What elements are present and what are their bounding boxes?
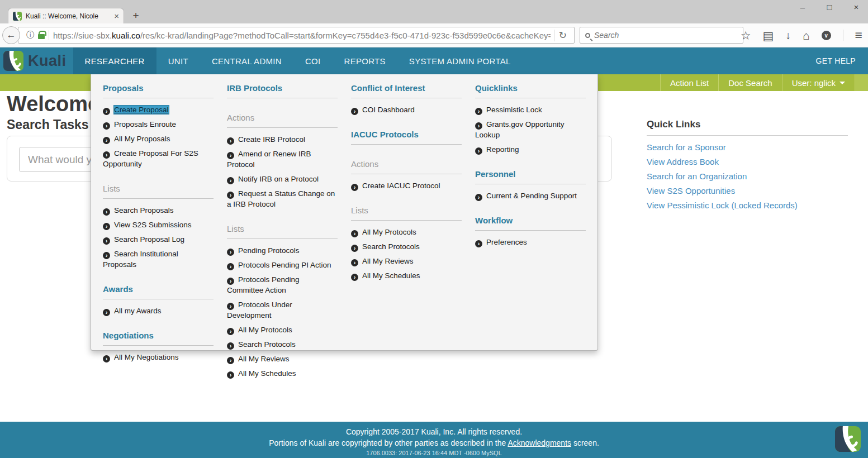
utility-action-list[interactable]: Action List xyxy=(660,74,718,91)
menu-item-protocols-pending-pi-action[interactable]: ›Protocols Pending PI Action xyxy=(227,260,338,270)
utility-label: Doc Search xyxy=(728,78,772,88)
nav-item-reports[interactable]: REPORTS xyxy=(333,47,397,74)
quick-link-search-for-a-sponsor[interactable]: Search for a Sponsor xyxy=(647,142,848,153)
menu-item-create-proposal[interactable]: ›Create Proposal xyxy=(103,104,214,115)
menu-item-all-my-reviews[interactable]: ›All My Reviews xyxy=(351,256,462,266)
menu-item-search-institutional-proposals[interactable]: ›Search Institutional Proposals xyxy=(103,249,214,270)
menu-item-preferences[interactable]: ›Preferences xyxy=(475,237,586,247)
menu-item-all-my-reviews[interactable]: ›All My Reviews xyxy=(227,354,338,364)
menu-item-current-pending-support[interactable]: ›Current & Pending Support xyxy=(475,190,586,201)
menu-item-amend-or-renew-irb-protocol[interactable]: ›Amend or Renew IRB Protocol xyxy=(227,149,338,170)
arrow-circle-icon: › xyxy=(227,263,234,270)
back-button[interactable]: ← xyxy=(2,26,20,44)
menu-column-4: Quicklinks›Pessimistic Lock›Grants.gov O… xyxy=(475,83,586,383)
menu-item-all-my-schedules[interactable]: ›All My Schedules xyxy=(227,368,338,379)
menu-item-label: View S2S Submissions xyxy=(114,221,192,229)
arrow-circle-icon: › xyxy=(351,230,358,237)
browser-tab[interactable]: Kuali :: Welcome, Nicole × xyxy=(8,8,124,23)
nav-item-unit[interactable]: UNIT xyxy=(156,47,200,74)
portions-text: Portions of Kuali are copyrighted by oth… xyxy=(0,437,868,449)
menu-item-proposals-enroute[interactable]: ›Proposals Enroute xyxy=(103,119,214,130)
kuali-brand[interactable]: Kuali xyxy=(0,47,73,74)
tab-close-icon[interactable]: × xyxy=(114,12,119,20)
url-text[interactable]: https://siue-sbx.kuali.co/res/kc-krad/la… xyxy=(53,31,551,40)
menu-item-request-a-status-change-on-a-irb-protocol[interactable]: ›Request a Status Change on a IRB Protoc… xyxy=(227,188,338,209)
arrow-circle-icon: › xyxy=(227,303,234,310)
menu-item-reporting[interactable]: ›Reporting xyxy=(475,144,586,155)
kuali-footer-logo-icon xyxy=(835,426,861,452)
menu-item-notify-irb-on-a-protocol[interactable]: ›Notify IRB on a Protocol xyxy=(227,174,338,184)
nav-item-system-admin-portal[interactable]: SYSTEM ADMIN PORTAL xyxy=(397,47,523,74)
menu-item-search-protocols[interactable]: ›Search Protocols xyxy=(351,241,462,252)
copyright-text: Copyright 2005-2017 Kuali, Inc. All righ… xyxy=(0,426,868,437)
menu-item-label: Proposals Enroute xyxy=(114,120,176,128)
menu-item-all-my-proposals[interactable]: ›All My Proposals xyxy=(103,133,214,144)
divider xyxy=(103,98,214,98)
menu-item-create-proposal-for-s2s-opportunity[interactable]: ›Create Proposal For S2S Opportunity xyxy=(103,148,214,169)
menu-item-all-my-negotiations[interactable]: ›All My Negotiations xyxy=(103,352,214,362)
menu-item-label: Protocols Under Development xyxy=(227,300,292,319)
menu-item-view-s2s-submissions[interactable]: ›View S2S Submissions xyxy=(103,220,214,230)
bookmark-star-icon[interactable]: ☆ xyxy=(741,30,751,41)
menu-item-all-my-protocols[interactable]: ›All My Protocols xyxy=(227,325,338,335)
utility-doc-search[interactable]: Doc Search xyxy=(718,74,781,91)
minimize-icon[interactable]: – xyxy=(798,2,808,12)
browser-search-input[interactable] xyxy=(594,31,738,40)
menu-item-pessimistic-lock[interactable]: ›Pessimistic Lock xyxy=(475,104,586,115)
arrow-circle-icon: › xyxy=(475,122,482,130)
info-icon[interactable]: ⓘ xyxy=(26,30,34,40)
menu-icon[interactable]: ≡ xyxy=(855,28,862,43)
close-icon[interactable]: × xyxy=(851,2,861,12)
pocket-icon[interactable]: ∨ xyxy=(822,31,831,40)
menu-item-search-proposal-log[interactable]: ›Search Proposal Log xyxy=(103,234,214,245)
menu-item-protocols-under-development[interactable]: ›Protocols Under Development xyxy=(227,299,338,321)
menu-item-protocols-pending-committee-action[interactable]: ›Protocols Pending Committee Action xyxy=(227,274,338,295)
nav-item-central-admin[interactable]: CENTRAL ADMIN xyxy=(200,47,293,74)
reload-icon[interactable]: ↻ xyxy=(554,30,571,41)
utility-label: User: nglick xyxy=(792,78,836,88)
menu-item-label: All My Protocols xyxy=(238,326,292,334)
new-tab-button[interactable]: + xyxy=(129,9,143,22)
divider xyxy=(351,220,462,221)
utility-user-nglick[interactable]: User: nglick xyxy=(782,74,855,91)
divider xyxy=(227,238,338,239)
downloads-icon[interactable]: ↓ xyxy=(785,30,791,41)
arrow-circle-icon: › xyxy=(227,177,234,184)
arrow-circle-icon: › xyxy=(475,240,482,247)
search-icon xyxy=(585,33,590,38)
browser-search-box[interactable] xyxy=(580,27,743,44)
get-help-link[interactable]: GET HELP xyxy=(816,47,868,74)
menu-item-grants-gov-opportunity-lookup[interactable]: ›Grants.gov Opportunity Lookup xyxy=(475,119,586,140)
arrow-circle-icon: › xyxy=(475,147,482,155)
menu-item-all-my-schedules[interactable]: ›All My Schedules xyxy=(351,270,462,281)
home-icon[interactable]: ⌂ xyxy=(803,30,810,41)
menu-item-coi-dashboard[interactable]: ›COI Dashboard xyxy=(351,104,462,115)
maximize-icon[interactable]: □ xyxy=(824,2,834,12)
menu-item-all-my-awards[interactable]: ›All my Awards xyxy=(103,306,214,316)
menu-item-all-my-protocols[interactable]: ›All My Protocols xyxy=(351,227,462,237)
menu-item-label: Pending Protocols xyxy=(238,246,300,255)
arrow-circle-icon: › xyxy=(227,342,234,350)
lock-icon[interactable] xyxy=(38,34,45,39)
nav-item-researcher[interactable]: RESEARCHER xyxy=(73,47,156,74)
menu-item-search-protocols[interactable]: ›Search Protocols xyxy=(227,339,338,350)
menu-item-label: Current & Pending Support xyxy=(486,192,577,200)
menu-item-pending-protocols[interactable]: ›Pending Protocols xyxy=(227,245,338,256)
quick-link-view-address-book[interactable]: View Address Book xyxy=(647,156,848,168)
arrow-circle-icon: › xyxy=(475,108,482,115)
mega-menu: Proposals›Create Proposal›Proposals Enro… xyxy=(91,74,598,351)
url-bar[interactable]: ⓘ https://siue-sbx.kuali.co/res/kc-krad/… xyxy=(18,27,575,44)
quick-link-search-for-an-organization[interactable]: Search for an Organization xyxy=(647,171,848,182)
nav-item-coi[interactable]: COI xyxy=(293,47,333,74)
menu-item-create-iacuc-protocol[interactable]: ›Create IACUC Protocol xyxy=(351,180,462,191)
acknowledgments-link[interactable]: Acknowledgments xyxy=(507,438,571,447)
menu-item-search-proposals[interactable]: ›Search Proposals xyxy=(103,205,214,216)
arrow-circle-icon: › xyxy=(103,137,110,144)
divider xyxy=(351,98,462,98)
quick-link-view-pessimistic-lock-locked-records[interactable]: View Pessimistic Lock (Locked Records) xyxy=(647,200,848,211)
bookmarks-list-icon[interactable]: ▤ xyxy=(763,30,774,41)
arrow-circle-icon: › xyxy=(103,309,110,316)
menu-item-create-irb-protocol[interactable]: ›Create IRB Protocol xyxy=(227,134,338,145)
quick-link-view-s2s-opportunities[interactable]: View S2S Opportunities xyxy=(647,185,848,197)
menu-section-title-lists: Lists xyxy=(227,224,338,233)
